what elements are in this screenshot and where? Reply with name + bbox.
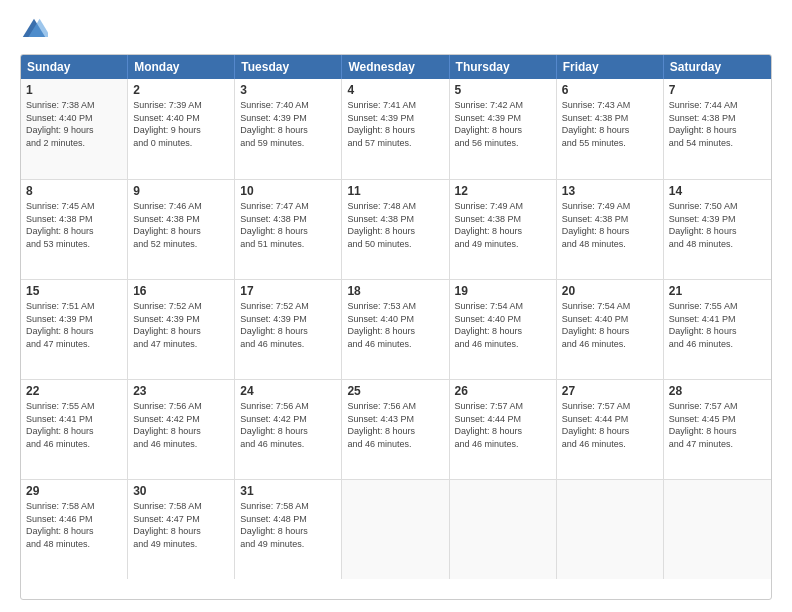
week-row-5: 29Sunrise: 7:58 AMSunset: 4:46 PMDayligh… [21, 479, 771, 579]
day-cell: 1Sunrise: 7:38 AMSunset: 4:40 PMDaylight… [21, 79, 128, 179]
day-info: Sunrise: 7:57 AMSunset: 4:44 PMDaylight:… [562, 400, 658, 450]
day-number: 30 [133, 484, 229, 498]
day-cell: 27Sunrise: 7:57 AMSunset: 4:44 PMDayligh… [557, 380, 664, 479]
day-number: 19 [455, 284, 551, 298]
day-number: 17 [240, 284, 336, 298]
day-info: Sunrise: 7:47 AMSunset: 4:38 PMDaylight:… [240, 200, 336, 250]
day-cell: 22Sunrise: 7:55 AMSunset: 4:41 PMDayligh… [21, 380, 128, 479]
day-info: Sunrise: 7:54 AMSunset: 4:40 PMDaylight:… [455, 300, 551, 350]
day-number: 18 [347, 284, 443, 298]
day-cell: 23Sunrise: 7:56 AMSunset: 4:42 PMDayligh… [128, 380, 235, 479]
day-number: 1 [26, 83, 122, 97]
day-info: Sunrise: 7:52 AMSunset: 4:39 PMDaylight:… [133, 300, 229, 350]
day-info: Sunrise: 7:58 AMSunset: 4:48 PMDaylight:… [240, 500, 336, 550]
header-cell-wednesday: Wednesday [342, 55, 449, 79]
day-cell: 8Sunrise: 7:45 AMSunset: 4:38 PMDaylight… [21, 180, 128, 279]
day-number: 24 [240, 384, 336, 398]
calendar-header: SundayMondayTuesdayWednesdayThursdayFrid… [21, 55, 771, 79]
day-number: 25 [347, 384, 443, 398]
day-cell: 19Sunrise: 7:54 AMSunset: 4:40 PMDayligh… [450, 280, 557, 379]
day-number: 4 [347, 83, 443, 97]
day-cell: 18Sunrise: 7:53 AMSunset: 4:40 PMDayligh… [342, 280, 449, 379]
day-cell: 30Sunrise: 7:58 AMSunset: 4:47 PMDayligh… [128, 480, 235, 579]
header-cell-sunday: Sunday [21, 55, 128, 79]
header-cell-thursday: Thursday [450, 55, 557, 79]
day-info: Sunrise: 7:42 AMSunset: 4:39 PMDaylight:… [455, 99, 551, 149]
day-cell: 6Sunrise: 7:43 AMSunset: 4:38 PMDaylight… [557, 79, 664, 179]
day-cell: 15Sunrise: 7:51 AMSunset: 4:39 PMDayligh… [21, 280, 128, 379]
day-cell: 17Sunrise: 7:52 AMSunset: 4:39 PMDayligh… [235, 280, 342, 379]
day-info: Sunrise: 7:57 AMSunset: 4:44 PMDaylight:… [455, 400, 551, 450]
day-number: 11 [347, 184, 443, 198]
day-number: 31 [240, 484, 336, 498]
week-row-2: 8Sunrise: 7:45 AMSunset: 4:38 PMDaylight… [21, 179, 771, 279]
day-info: Sunrise: 7:53 AMSunset: 4:40 PMDaylight:… [347, 300, 443, 350]
day-cell [450, 480, 557, 579]
day-cell: 14Sunrise: 7:50 AMSunset: 4:39 PMDayligh… [664, 180, 771, 279]
page: SundayMondayTuesdayWednesdayThursdayFrid… [0, 0, 792, 612]
day-cell: 5Sunrise: 7:42 AMSunset: 4:39 PMDaylight… [450, 79, 557, 179]
day-number: 10 [240, 184, 336, 198]
day-number: 29 [26, 484, 122, 498]
day-number: 6 [562, 83, 658, 97]
day-number: 5 [455, 83, 551, 97]
day-cell: 3Sunrise: 7:40 AMSunset: 4:39 PMDaylight… [235, 79, 342, 179]
calendar-body: 1Sunrise: 7:38 AMSunset: 4:40 PMDaylight… [21, 79, 771, 579]
day-info: Sunrise: 7:45 AMSunset: 4:38 PMDaylight:… [26, 200, 122, 250]
day-number: 22 [26, 384, 122, 398]
day-cell: 26Sunrise: 7:57 AMSunset: 4:44 PMDayligh… [450, 380, 557, 479]
day-number: 9 [133, 184, 229, 198]
day-info: Sunrise: 7:56 AMSunset: 4:42 PMDaylight:… [133, 400, 229, 450]
day-cell: 16Sunrise: 7:52 AMSunset: 4:39 PMDayligh… [128, 280, 235, 379]
day-cell: 11Sunrise: 7:48 AMSunset: 4:38 PMDayligh… [342, 180, 449, 279]
day-cell: 12Sunrise: 7:49 AMSunset: 4:38 PMDayligh… [450, 180, 557, 279]
day-info: Sunrise: 7:55 AMSunset: 4:41 PMDaylight:… [669, 300, 766, 350]
day-info: Sunrise: 7:51 AMSunset: 4:39 PMDaylight:… [26, 300, 122, 350]
day-cell [557, 480, 664, 579]
day-cell: 20Sunrise: 7:54 AMSunset: 4:40 PMDayligh… [557, 280, 664, 379]
day-cell: 4Sunrise: 7:41 AMSunset: 4:39 PMDaylight… [342, 79, 449, 179]
day-info: Sunrise: 7:56 AMSunset: 4:42 PMDaylight:… [240, 400, 336, 450]
day-info: Sunrise: 7:56 AMSunset: 4:43 PMDaylight:… [347, 400, 443, 450]
calendar: SundayMondayTuesdayWednesdayThursdayFrid… [20, 54, 772, 600]
day-cell: 28Sunrise: 7:57 AMSunset: 4:45 PMDayligh… [664, 380, 771, 479]
day-cell: 25Sunrise: 7:56 AMSunset: 4:43 PMDayligh… [342, 380, 449, 479]
day-number: 13 [562, 184, 658, 198]
day-number: 21 [669, 284, 766, 298]
day-number: 3 [240, 83, 336, 97]
day-info: Sunrise: 7:52 AMSunset: 4:39 PMDaylight:… [240, 300, 336, 350]
day-info: Sunrise: 7:43 AMSunset: 4:38 PMDaylight:… [562, 99, 658, 149]
day-number: 2 [133, 83, 229, 97]
day-info: Sunrise: 7:50 AMSunset: 4:39 PMDaylight:… [669, 200, 766, 250]
header-cell-saturday: Saturday [664, 55, 771, 79]
header [20, 16, 772, 44]
day-info: Sunrise: 7:58 AMSunset: 4:47 PMDaylight:… [133, 500, 229, 550]
day-cell: 31Sunrise: 7:58 AMSunset: 4:48 PMDayligh… [235, 480, 342, 579]
day-number: 26 [455, 384, 551, 398]
week-row-4: 22Sunrise: 7:55 AMSunset: 4:41 PMDayligh… [21, 379, 771, 479]
day-info: Sunrise: 7:58 AMSunset: 4:46 PMDaylight:… [26, 500, 122, 550]
week-row-1: 1Sunrise: 7:38 AMSunset: 4:40 PMDaylight… [21, 79, 771, 179]
logo-icon [20, 16, 48, 44]
day-number: 8 [26, 184, 122, 198]
day-number: 15 [26, 284, 122, 298]
day-number: 7 [669, 83, 766, 97]
day-number: 27 [562, 384, 658, 398]
week-row-3: 15Sunrise: 7:51 AMSunset: 4:39 PMDayligh… [21, 279, 771, 379]
day-info: Sunrise: 7:49 AMSunset: 4:38 PMDaylight:… [455, 200, 551, 250]
day-number: 12 [455, 184, 551, 198]
logo [20, 16, 52, 44]
day-number: 14 [669, 184, 766, 198]
day-info: Sunrise: 7:55 AMSunset: 4:41 PMDaylight:… [26, 400, 122, 450]
day-cell [664, 480, 771, 579]
day-cell: 21Sunrise: 7:55 AMSunset: 4:41 PMDayligh… [664, 280, 771, 379]
day-cell: 9Sunrise: 7:46 AMSunset: 4:38 PMDaylight… [128, 180, 235, 279]
day-info: Sunrise: 7:44 AMSunset: 4:38 PMDaylight:… [669, 99, 766, 149]
day-info: Sunrise: 7:39 AMSunset: 4:40 PMDaylight:… [133, 99, 229, 149]
day-number: 16 [133, 284, 229, 298]
header-cell-monday: Monday [128, 55, 235, 79]
day-info: Sunrise: 7:40 AMSunset: 4:39 PMDaylight:… [240, 99, 336, 149]
day-cell [342, 480, 449, 579]
day-cell: 2Sunrise: 7:39 AMSunset: 4:40 PMDaylight… [128, 79, 235, 179]
day-cell: 24Sunrise: 7:56 AMSunset: 4:42 PMDayligh… [235, 380, 342, 479]
